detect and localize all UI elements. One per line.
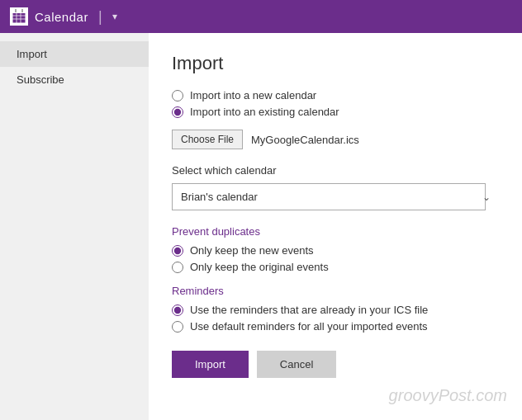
sidebar: Import Subscribe [0, 33, 149, 420]
svg-rect-3 [21, 9, 23, 12]
app-title: Calendar [35, 10, 88, 24]
radio-keep-new[interactable]: Only keep the new events [172, 244, 499, 257]
reminders-header: Reminders [172, 285, 499, 297]
select-calendar-section: Select which calendar Brian's calendar ⌄ [172, 164, 499, 210]
import-button[interactable]: Import [172, 351, 249, 378]
choose-file-button[interactable]: Choose File [172, 130, 243, 149]
cancel-button[interactable]: Cancel [257, 351, 336, 378]
radio-keep-original[interactable]: Only keep the original events [172, 261, 499, 273]
radio-ics-reminders-input[interactable] [172, 304, 183, 316]
calendar-select[interactable]: Brian's calendar [172, 183, 486, 210]
radio-existing-calendar-input[interactable] [172, 106, 183, 118]
main-content: Import Import into a new calendar Import… [149, 33, 522, 420]
radio-keep-original-input[interactable] [172, 262, 183, 273]
file-name-label: MyGoogleCalendar.ics [251, 134, 359, 146]
radio-ics-reminders[interactable]: Use the reminders that are already in yo… [172, 304, 499, 316]
title-divider: | [98, 8, 102, 26]
import-destination-group: Import into a new calendar Import into a… [172, 89, 499, 118]
radio-default-reminders[interactable]: Use default reminders for all your impor… [172, 320, 499, 333]
radio-existing-calendar[interactable]: Import into an existing calendar [172, 106, 499, 118]
watermark: groovyPost.com [389, 386, 507, 405]
app-icon [10, 7, 28, 26]
sidebar-item-import[interactable]: Import [0, 41, 149, 67]
page-title: Import [172, 53, 499, 74]
prevent-duplicates-section: Prevent duplicates Only keep the new eve… [172, 225, 499, 273]
calendar-select-wrapper: Brian's calendar ⌄ [172, 183, 499, 210]
select-calendar-label: Select which calendar [172, 164, 499, 177]
prevent-duplicates-header: Prevent duplicates [172, 225, 499, 238]
button-row: Import Cancel [172, 351, 499, 378]
title-bar: Calendar | ▾ [0, 0, 522, 33]
svg-rect-2 [15, 9, 17, 12]
radio-new-calendar-input[interactable] [172, 90, 183, 101]
sidebar-item-subscribe[interactable]: Subscribe [0, 67, 149, 92]
reminders-section: Reminders Use the reminders that are alr… [172, 285, 499, 333]
radio-keep-new-input[interactable] [172, 245, 183, 257]
radio-default-reminders-input[interactable] [172, 321, 183, 333]
radio-new-calendar[interactable]: Import into a new calendar [172, 89, 499, 101]
app-body: Import Subscribe Import Import into a ne… [0, 33, 522, 420]
title-chevron[interactable]: ▾ [112, 11, 117, 22]
svg-rect-1 [12, 10, 26, 13]
file-chooser-row: Choose File MyGoogleCalendar.ics [172, 130, 499, 149]
